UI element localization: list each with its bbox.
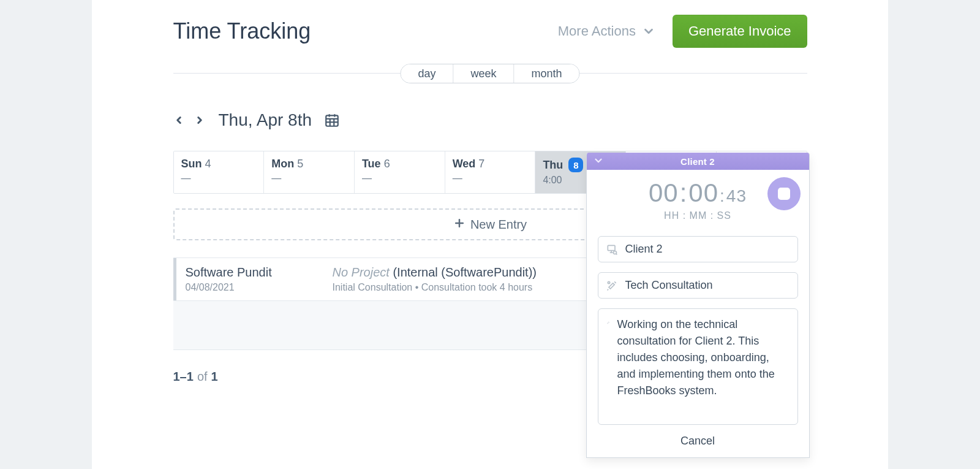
timer-panel: Client 2 00:00:43 HH : MM : SS Client 2 (586, 153, 810, 458)
timer-service-value: Tech Consultation (625, 279, 713, 292)
timer-cancel-button[interactable]: Cancel (598, 425, 798, 454)
prev-day-button[interactable] (173, 113, 184, 128)
more-actions-dropdown[interactable]: More Actions (558, 23, 655, 39)
timer-elapsed: 00:00:43 (649, 178, 747, 208)
svg-point-14 (608, 281, 609, 283)
header: Time Tracking More Actions Generate Invo… (173, 15, 807, 48)
day-value: — (362, 173, 437, 184)
date-navigation: Thu, Apr 8th (173, 110, 807, 130)
next-day-button[interactable] (194, 113, 205, 128)
pencil-icon (607, 316, 610, 329)
day-label: Tue 6 (362, 158, 437, 170)
timer-client-value: Client 2 (625, 243, 663, 256)
generate-invoice-button[interactable]: Generate Invoice (673, 15, 807, 48)
day-value: — (181, 173, 257, 184)
timer-notes-text: Working on the technical consultation fo… (617, 316, 789, 417)
content: Time Tracking More Actions Generate Invo… (173, 15, 807, 384)
timer-title: Client 2 (587, 156, 809, 167)
header-actions: More Actions Generate Invoice (558, 15, 807, 48)
stop-icon (778, 188, 790, 200)
svg-line-13 (616, 253, 617, 254)
entry-description: Initial Consultation • Consultation took… (333, 282, 537, 293)
stop-timer-button[interactable] (767, 177, 801, 210)
view-switcher: day week month (173, 64, 807, 82)
plus-icon (453, 217, 466, 232)
timer-service-field[interactable]: Tech Consultation (598, 272, 798, 299)
entry-details: No Project (Internal (SoftwarePundit)) I… (333, 265, 537, 293)
timer-units-label: HH : MM : SS (598, 210, 798, 221)
entry-project: No Project (Internal (SoftwarePundit)) (333, 265, 537, 280)
timer-display-row: 00:00:43 (598, 178, 798, 208)
day-cell-sun[interactable]: Sun 4 — (174, 151, 265, 193)
calendar-icon[interactable] (324, 112, 340, 128)
day-label: Mon 5 (271, 158, 347, 170)
timer-notes-field[interactable]: Working on the technical consultation fo… (598, 308, 798, 425)
timer-body: 00:00:43 HH : MM : SS Client 2 Tech Cons… (587, 170, 809, 457)
svg-rect-9 (608, 245, 615, 250)
timer-client-field[interactable]: Client 2 (598, 236, 798, 262)
day-value: — (271, 173, 347, 184)
app-card: Time Tracking More Actions Generate Invo… (92, 0, 888, 469)
day-badge: 8 (568, 158, 583, 172)
day-label: Sun 4 (181, 158, 257, 170)
client-icon (606, 243, 618, 256)
day-label: Wed 7 (453, 158, 528, 170)
entry-client: Software Pundit 04/08/2021 (186, 265, 308, 293)
tab-day[interactable]: day (401, 64, 453, 83)
day-cell-tue[interactable]: Tue 6 — (355, 151, 445, 193)
chevron-down-icon (593, 155, 604, 169)
chevron-down-icon (642, 25, 655, 38)
svg-rect-0 (326, 115, 338, 126)
tools-icon (606, 280, 618, 292)
day-cell-wed[interactable]: Wed 7 — (445, 151, 536, 193)
entry-client-name: Software Pundit (186, 265, 308, 280)
more-actions-label: More Actions (558, 23, 636, 39)
entry-date: 04/08/2021 (186, 282, 308, 293)
timer-panel-header[interactable]: Client 2 (587, 153, 809, 170)
page-title: Time Tracking (173, 18, 311, 44)
tab-week[interactable]: week (453, 64, 514, 83)
new-entry-label: New Entry (470, 218, 527, 232)
day-cell-mon[interactable]: Mon 5 — (264, 151, 355, 193)
current-date-label: Thu, Apr 8th (219, 110, 312, 130)
view-tabs: day week month (400, 64, 579, 83)
tab-month[interactable]: month (514, 64, 579, 83)
day-value: — (453, 173, 528, 184)
